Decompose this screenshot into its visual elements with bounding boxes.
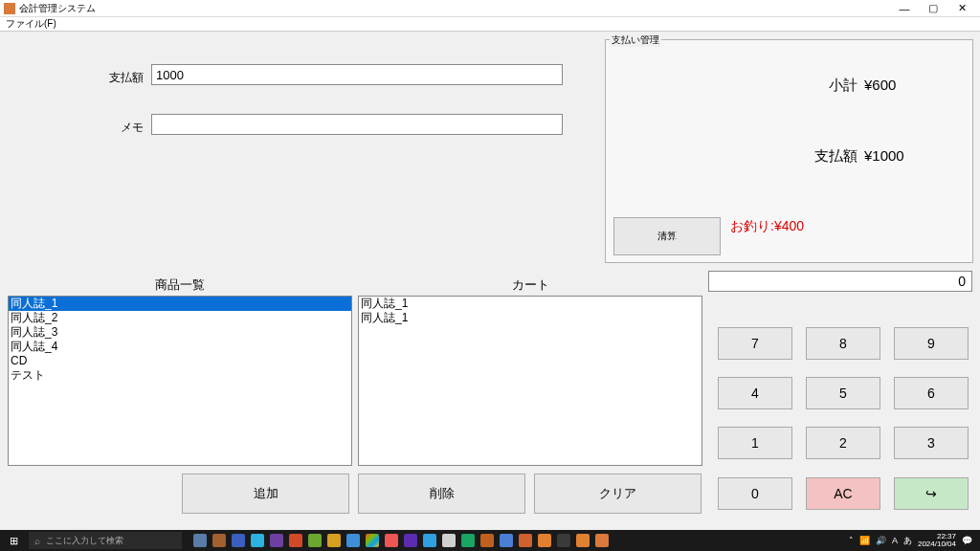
menu-file[interactable]: ファイル(F) [6, 17, 56, 31]
taskbar-icon[interactable] [232, 534, 245, 547]
key-8[interactable]: 8 [806, 327, 880, 360]
tray-a-icon[interactable]: A [892, 536, 898, 545]
taskbar-icon[interactable] [385, 534, 398, 547]
list-item[interactable]: CD [9, 354, 351, 368]
taskbar-icon[interactable] [500, 534, 513, 547]
list-item[interactable]: 同人誌_1 [359, 297, 702, 311]
list-item[interactable]: 同人誌_3 [9, 325, 351, 340]
taskbar-icon[interactable] [346, 534, 360, 547]
taskbar-icon[interactable] [480, 534, 494, 547]
taskbar-icon[interactable] [461, 534, 475, 547]
key-6[interactable]: 6 [894, 377, 969, 409]
taskbar-icon[interactable] [327, 534, 341, 547]
close-button[interactable]: ✕ [947, 2, 976, 14]
key-1[interactable]: 1 [718, 427, 792, 459]
key-4[interactable]: 4 [718, 377, 792, 409]
calc-display: 0 [708, 271, 972, 292]
search-icon: ⌕ [34, 536, 40, 546]
key-5[interactable]: 5 [806, 377, 880, 409]
taskbar-icon[interactable] [289, 534, 302, 547]
clear-button[interactable]: クリア [534, 474, 702, 514]
taskbar-icon[interactable] [538, 534, 551, 547]
key-ac[interactable]: AC [806, 477, 880, 510]
tray-notification-icon[interactable]: 💬 [962, 536, 972, 545]
pay-amount-label: 支払額 [86, 70, 144, 86]
taskbar-icon[interactable] [595, 534, 609, 547]
delete-button[interactable]: 削除 [358, 474, 525, 514]
start-button[interactable]: ⊞ [0, 535, 27, 547]
tray-clock[interactable]: 22:37 2024/10/04 [918, 533, 956, 548]
key-0[interactable]: 0 [718, 477, 792, 510]
taskbar-icon[interactable] [519, 534, 532, 547]
groupbox-legend: 支払い管理 [610, 33, 661, 47]
products-listbox[interactable]: 同人誌_1同人誌_2同人誌_3同人誌_4CDテスト [8, 296, 352, 466]
maximize-button[interactable]: ▢ [919, 2, 947, 14]
search-placeholder: ここに入力して検索 [46, 535, 123, 547]
memo-input[interactable] [151, 114, 563, 135]
pay-amount-input[interactable] [151, 64, 563, 85]
payment-groupbox: 支払い管理 小計 ¥600 支払額 ¥1000 清算 お釣り:¥400 [605, 39, 973, 263]
list-item[interactable]: 同人誌_2 [9, 311, 351, 325]
tray-volume-icon[interactable]: 🔊 [876, 536, 886, 545]
minimize-button[interactable]: — [890, 3, 919, 14]
taskbar-icon[interactable] [423, 534, 436, 547]
window-title: 会計管理システム [19, 2, 96, 15]
paid-label: 支払額 [814, 147, 858, 165]
list-item[interactable]: 同人誌_4 [9, 340, 351, 354]
subtotal-value: ¥600 [864, 77, 896, 93]
cart-listbox[interactable]: 同人誌_1同人誌_1 [358, 296, 702, 466]
tray-ime-icon[interactable]: あ [903, 535, 912, 547]
list-item[interactable]: 同人誌_1 [9, 297, 351, 311]
tray-network-icon[interactable]: 📶 [859, 536, 870, 545]
taskbar-icon[interactable] [251, 534, 264, 547]
taskbar-icon[interactable] [442, 534, 456, 547]
settle-button[interactable]: 清算 [613, 217, 721, 255]
products-header: 商品一覧 [8, 276, 352, 294]
key-7[interactable]: 7 [718, 327, 792, 360]
change-value: お釣り:¥400 [730, 218, 804, 235]
paid-value: ¥1000 [864, 147, 904, 164]
cart-header: カート [358, 276, 702, 294]
key-2[interactable]: 2 [806, 427, 880, 459]
client-area: 支払額 メモ 支払い管理 小計 ¥600 支払額 ¥1000 清算 お釣り:¥4… [0, 32, 980, 530]
list-item[interactable]: テスト [9, 368, 351, 383]
taskbar-icon[interactable] [404, 534, 417, 547]
taskbar-icon[interactable] [270, 534, 283, 547]
key-9[interactable]: 9 [894, 327, 969, 360]
app-icon [4, 3, 15, 14]
key-3[interactable]: 3 [894, 427, 969, 459]
taskbar-icon[interactable] [193, 534, 207, 547]
taskbar-icon[interactable] [366, 534, 379, 547]
add-button[interactable]: 追加 [182, 474, 349, 514]
system-tray: ˄ 📶 🔊 A あ 22:37 2024/10/04 💬 [849, 533, 980, 548]
taskbar-search[interactable]: ⌕ ここに入力して検索 [29, 532, 182, 549]
titlebar: 会計管理システム — ▢ ✕ [0, 0, 980, 17]
taskbar: ⊞ ⌕ ここに入力して検索 ˄ 📶 🔊 A あ 22:37 [0, 530, 980, 551]
subtotal-label: 小計 [829, 77, 858, 95]
taskbar-icon[interactable] [576, 534, 590, 547]
taskbar-icon[interactable] [212, 534, 226, 547]
menubar: ファイル(F) [0, 17, 980, 32]
memo-label: メモ [86, 120, 144, 136]
key-enter[interactable]: ↪ [894, 477, 969, 510]
taskbar-icon[interactable] [557, 534, 570, 547]
taskbar-icon[interactable] [308, 534, 322, 547]
tray-overflow-icon[interactable]: ˄ [849, 536, 854, 545]
taskbar-app-icons [193, 534, 609, 547]
list-item[interactable]: 同人誌_1 [359, 311, 702, 325]
